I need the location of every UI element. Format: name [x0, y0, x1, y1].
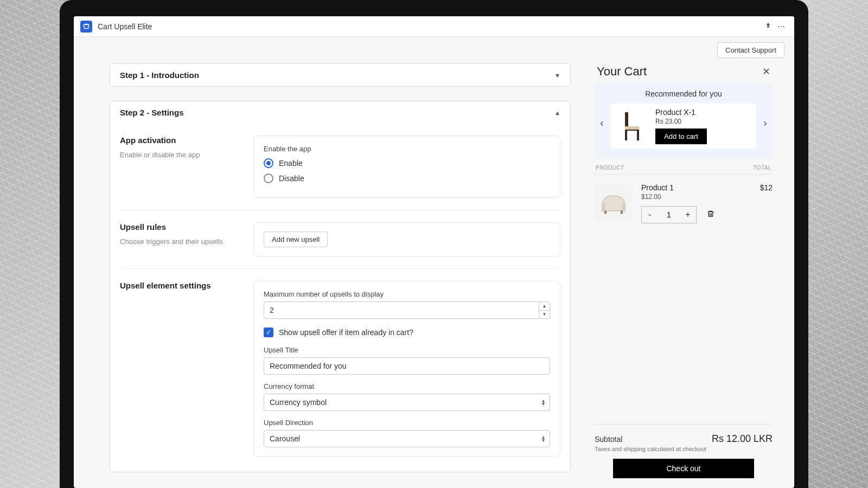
laptop-frame: Cart Upsell Elite ⋯ Contact Support Step… — [60, 0, 808, 488]
svg-rect-6 — [622, 203, 626, 212]
svg-rect-8 — [621, 211, 623, 214]
step1-accordion[interactable]: Step 1 - Introduction ▼ — [110, 63, 571, 87]
cart-preview: Your Cart ✕ Recommended for you ‹ › Prod… — [595, 63, 773, 488]
rules-title: Upsell rules — [120, 222, 253, 232]
upsell-direction-label: Upsell Direction — [264, 419, 550, 427]
number-stepper[interactable]: ▲ ▼ — [539, 301, 550, 319]
recommend-title: Recommended for you — [597, 89, 770, 98]
rules-subtitle: Choose triggers and their upsells — [120, 237, 253, 247]
carousel-prev-icon[interactable]: ‹ — [598, 114, 606, 131]
section-rules: Upsell rules Choose triggers and their u… — [120, 210, 560, 269]
max-upsells-input[interactable] — [264, 301, 539, 319]
add-new-upsell-button[interactable]: Add new upsell — [264, 232, 328, 247]
element-title: Upsell element settings — [120, 281, 253, 290]
currency-format-label: Currency format — [264, 382, 550, 390]
more-icon[interactable]: ⋯ — [775, 22, 788, 31]
activation-title: App activation — [120, 136, 253, 145]
radio-disable[interactable] — [264, 174, 273, 183]
product-thumb-icon — [617, 111, 648, 142]
recommendation-carousel: Recommended for you ‹ › Product X-1 Rs 2… — [595, 83, 773, 158]
max-upsells-label: Maximum number of upsells to display — [264, 290, 550, 298]
section-activation: App activation Enable or disable the app… — [120, 124, 560, 210]
qty-increment-button[interactable]: + — [680, 210, 696, 220]
app-header: Cart Upsell Elite ⋯ — [74, 16, 794, 37]
radio-disable-label: Disable — [279, 174, 304, 183]
stepper-up-icon[interactable]: ▲ — [539, 302, 550, 311]
radio-enable-label: Enable — [279, 159, 303, 168]
stepper-down-icon[interactable]: ▼ — [539, 311, 550, 319]
activation-subtitle: Enable or disable the app — [120, 150, 253, 160]
rec-product-name: Product X-1 — [655, 108, 750, 117]
checkout-button[interactable]: Check out — [613, 459, 754, 478]
contact-support-button[interactable]: Contact Support — [717, 42, 784, 58]
step2-title: Step 2 - Settings — [120, 108, 184, 117]
chevron-up-icon: ▲ — [554, 110, 560, 116]
qty-value: 1 — [658, 210, 680, 219]
line-thumb-icon — [595, 183, 633, 221]
step2-header[interactable]: Step 2 - Settings ▲ — [110, 101, 570, 124]
close-icon[interactable]: ✕ — [762, 66, 770, 78]
step2-accordion: Step 2 - Settings ▲ App activation Enabl… — [110, 101, 571, 472]
app-logo-icon — [80, 21, 92, 33]
svg-rect-3 — [637, 130, 639, 140]
upsell-direction-select[interactable]: Carousel — [264, 430, 550, 447]
recommended-product-card: Product X-1 Rs 23.00 Add to cart — [611, 104, 756, 149]
svg-rect-7 — [604, 211, 607, 214]
svg-rect-4 — [627, 130, 637, 131]
qty-decrement-button[interactable]: - — [642, 210, 658, 220]
svg-rect-0 — [625, 112, 628, 129]
quantity-stepper: - 1 + — [641, 206, 697, 223]
show-if-in-cart-checkbox[interactable]: ✓ — [264, 328, 273, 337]
upsell-title-input[interactable] — [264, 357, 550, 375]
subtotal-label: Subtotal — [595, 435, 622, 444]
subtotal-amount: Rs 12.00 LKR — [712, 433, 773, 445]
col-product: PRODUCT — [596, 165, 624, 171]
top-toolbar: Contact Support — [74, 37, 794, 63]
line-total: $12 — [760, 183, 773, 192]
line-name: Product 1 — [641, 183, 751, 192]
svg-rect-2 — [625, 130, 627, 140]
step1-title: Step 1 - Introduction — [120, 70, 199, 80]
cart-line-item: Product 1 $12.00 - 1 + — [595, 175, 773, 232]
tax-note: Taxes and shipping calculated at checkou… — [595, 446, 773, 452]
cart-title: Your Cart — [597, 65, 647, 79]
upsell-title-label: Upsell Title — [264, 346, 550, 354]
app-title: Cart Upsell Elite — [98, 22, 152, 31]
add-to-cart-button[interactable]: Add to cart — [655, 129, 707, 144]
trash-icon[interactable] — [706, 209, 715, 221]
show-if-in-cart-label: Show upsell offer if item already in car… — [279, 328, 413, 337]
enable-app-label: Enable the app — [264, 145, 550, 153]
chevron-down-icon: ▼ — [554, 72, 560, 79]
carousel-next-icon[interactable]: › — [761, 114, 769, 131]
svg-rect-5 — [602, 203, 605, 212]
line-price: $12.00 — [641, 193, 751, 201]
rec-product-price: Rs 23.00 — [655, 118, 750, 125]
col-total: TOTAL — [753, 165, 771, 171]
app-screen: Cart Upsell Elite ⋯ Contact Support Step… — [74, 16, 794, 488]
currency-format-select[interactable]: Currency symbol — [264, 394, 550, 411]
svg-rect-1 — [625, 126, 639, 130]
pin-icon[interactable] — [762, 22, 775, 31]
section-element-settings: Upsell element settings Maximum number o… — [120, 269, 560, 468]
radio-enable[interactable] — [264, 158, 273, 168]
